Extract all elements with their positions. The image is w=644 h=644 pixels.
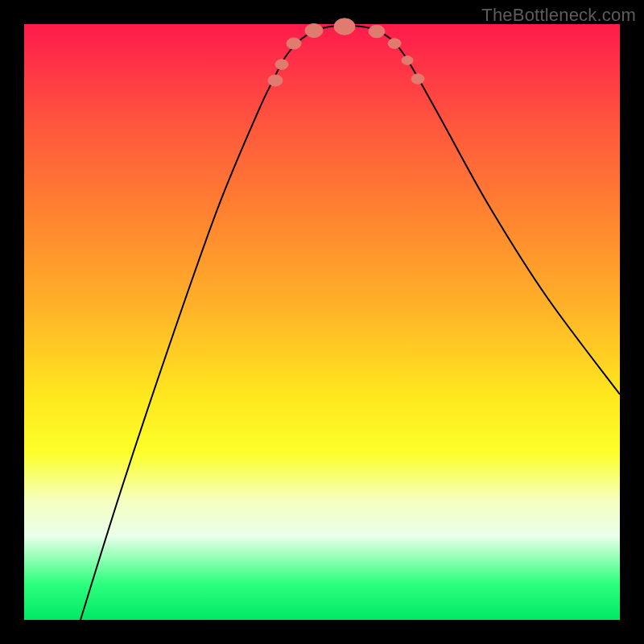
curve-marker [287, 38, 301, 49]
bottleneck-curve [80, 26, 620, 620]
watermark-text: TheBottleneck.com [481, 5, 636, 26]
chart-svg [24, 24, 620, 620]
curve-marker [402, 56, 413, 65]
curve-markers [268, 19, 424, 86]
curve-marker [305, 23, 323, 37]
curve-marker [388, 39, 401, 48]
curve-marker [411, 74, 424, 84]
curve-marker [334, 19, 355, 35]
curve-marker [369, 25, 385, 38]
chart-frame [24, 24, 620, 620]
curve-marker [268, 75, 283, 86]
curve-marker [275, 60, 288, 69]
